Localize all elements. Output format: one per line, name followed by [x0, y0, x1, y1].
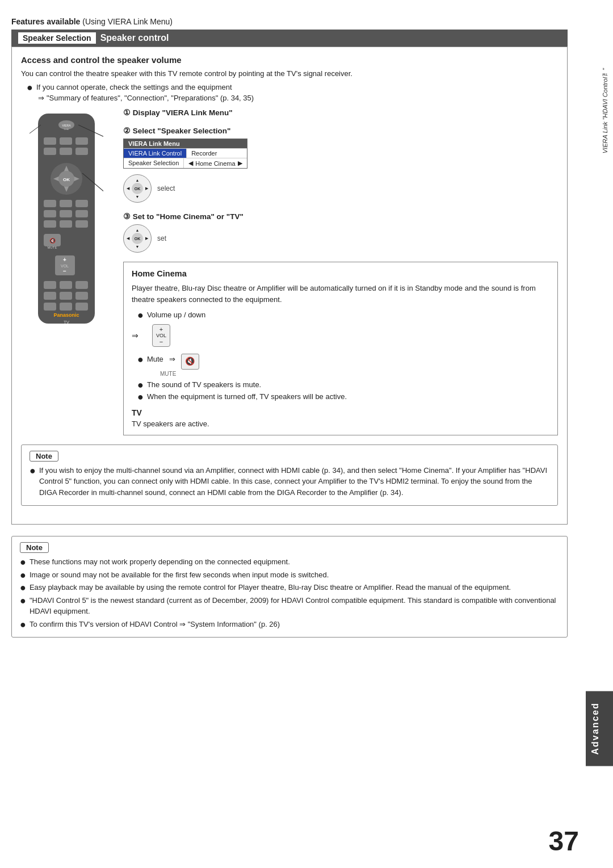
sound-bullet-text: The sound of TV speakers is mute.	[147, 379, 261, 391]
bottom-note-item-5: ● To confirm this TV's version of HDAVI …	[20, 619, 559, 630]
bottom-note-item-2: ● Image or sound may not be available fo…	[20, 569, 559, 581]
step3: ③ Set to "Home Cinema" or "TV" ▲ ▼ ◀ ▶ O…	[123, 212, 558, 253]
bottom-note-box: Note ● These functions may not work prop…	[11, 536, 568, 638]
arrow-right-small: ⇒	[132, 331, 138, 340]
viera-menu-row1-col1: VIERA Link Control	[124, 149, 187, 158]
svg-rect-36	[75, 281, 88, 289]
vol-label: VOL	[156, 333, 166, 338]
arrow-right-icon: ▶	[238, 160, 242, 167]
vol-bullet: ● Volume up / down	[137, 309, 549, 321]
select-label: select	[157, 184, 175, 192]
svg-rect-42	[75, 303, 88, 311]
viera-menu-row1: VIERA Link Control Recorder	[124, 148, 247, 158]
svg-text:VOL: VOL	[61, 264, 69, 268]
main-content: Features available (Using VIERA Link Men…	[11, 17, 568, 638]
mute-btn-mini: 🔇	[181, 354, 199, 370]
bottom-notes: Note ● These functions may not work prop…	[11, 536, 568, 638]
viera-menu-title: VIERA Link Menu	[124, 139, 247, 148]
bottom-note-text-4: "HDAVI Control 5" is the newest standard…	[30, 595, 559, 617]
viera-menu-row1-col2: Recorder	[187, 149, 238, 158]
when-bullet: ● When the equipment is turned off, TV s…	[137, 391, 549, 402]
svg-rect-22	[60, 210, 72, 217]
svg-text:🔇: 🔇	[49, 237, 56, 244]
note-item-1: ● If you wish to enjoy the multi-channel…	[30, 465, 549, 498]
svg-rect-18	[44, 200, 56, 207]
bottom-note-text-5: To confirm this TV's version of HDAVI Co…	[30, 619, 280, 630]
viera-menu: VIERA Link Menu VIERA Link Control Recor…	[123, 139, 247, 169]
svg-text:MUTE: MUTE	[48, 246, 57, 249]
step1: ① Display "VIERA Link Menu"	[123, 108, 558, 117]
features-available: Features available (Using VIERA Link Men…	[11, 17, 568, 26]
page-container: Features available (Using VIERA Link Men…	[0, 0, 613, 868]
select-ok-button: ▲ ▼ ◀ ▶ OK	[123, 174, 152, 203]
note-label: Note	[30, 451, 58, 462]
svg-text:VIERA: VIERA	[62, 124, 71, 127]
mute-label: MUTE	[160, 371, 549, 377]
arrow-left-icon: ◀	[188, 160, 193, 167]
when-bullet-text: When the equipment is turned off, TV spe…	[147, 391, 347, 402]
svg-rect-20	[75, 200, 88, 207]
vol-minus: −	[159, 338, 163, 345]
svg-rect-8	[60, 148, 72, 155]
step3-row: ▲ ▼ ◀ ▶ OK set	[123, 224, 558, 253]
mute-icon: 🔇	[185, 355, 195, 367]
svg-text:Link: Link	[64, 128, 68, 131]
bottom-note-label: Note	[20, 542, 49, 553]
set-ok-button: ▲ ▼ ◀ ▶ OK	[123, 224, 152, 253]
ok-center: OK	[132, 183, 143, 194]
header-bar: Speaker Selection Speaker control	[11, 30, 568, 47]
bullet-dot: ●	[27, 82, 33, 93]
bottom-note-text-1: These functions may not work properly de…	[30, 556, 290, 568]
mute-bullet: ● Mute ⇒ 🔇	[137, 354, 549, 370]
bottom-note-text-2: Image or sound may not be available for …	[30, 569, 329, 581]
svg-rect-5	[60, 137, 72, 145]
step2-title: ② Select "Speaker Selection"	[123, 126, 558, 135]
svg-text:+: +	[63, 257, 66, 263]
svg-rect-35	[60, 281, 72, 289]
svg-rect-6	[75, 137, 88, 145]
header-title: Speaker control	[100, 33, 169, 43]
home-cinema-title: Home Cinema	[132, 269, 549, 278]
svg-text:−: −	[63, 268, 66, 274]
svg-rect-23	[75, 210, 88, 217]
svg-rect-37	[44, 292, 56, 300]
page-number: 37	[549, 825, 579, 857]
sound-bullet: ● The sound of TV speakers is mute.	[137, 379, 549, 391]
svg-rect-34	[44, 281, 56, 289]
arrow-bullet: ⇒ "Summary of features", "Connection", "…	[38, 94, 558, 102]
set-ok-center: OK	[132, 233, 143, 244]
features-label: Features available	[11, 17, 80, 26]
svg-rect-9	[75, 148, 88, 155]
vol-btn-row: ⇒ + VOL −	[132, 322, 549, 349]
svg-rect-4	[44, 137, 56, 145]
bullet1-item: ● If you cannot operate, check the setti…	[27, 82, 558, 93]
tv-title: TV	[132, 408, 549, 417]
features-subtitle: (Using VIERA Link Menu)	[82, 17, 173, 26]
note-text-1: If you wish to enjoy the multi-channel s…	[39, 465, 549, 498]
svg-rect-38	[60, 292, 72, 300]
step3-title: ③ Set to "Home Cinema" or "TV"	[123, 212, 558, 221]
arrow-text: "Summary of features", "Connection", "Pr…	[47, 94, 254, 102]
right-sidebar: VIERA Link "HDAVI Control™" Advanced	[583, 0, 613, 868]
svg-rect-7	[44, 148, 56, 155]
bottom-note-item-3: ● Easy playback may be available by usin…	[20, 582, 559, 593]
speaker-selection-badge: Speaker Selection	[18, 32, 96, 44]
viera-menu-row2-col1: Speaker Selection	[124, 158, 184, 168]
note-box: Note ● If you wish to enjoy the multi-ch…	[21, 445, 558, 506]
home-cinema-box: Home Cinema Player theatre, Blu-ray Disc…	[123, 262, 558, 435]
viera-menu-row2: Speaker Selection ◀ Home Cinema ▶	[124, 158, 247, 168]
step1-title: ① Display "VIERA Link Menu"	[123, 108, 558, 117]
svg-rect-21	[44, 210, 56, 217]
set-label: set	[157, 234, 166, 242]
tv-text: TV speakers are active.	[132, 420, 549, 428]
bottom-note-item-1: ● These functions may not work properly …	[20, 556, 559, 568]
bottom-note-item-4: ● "HDAVI Control 5" is the newest standa…	[20, 595, 559, 617]
svg-rect-19	[60, 200, 72, 207]
tv-section: TV TV speakers are active.	[132, 408, 549, 428]
instructions-col: ① Display "VIERA Link Menu" ② Select "Sp…	[123, 108, 558, 435]
svg-rect-24	[44, 220, 56, 228]
sidebar-viera-text: VIERA Link "HDAVI Control™"	[602, 68, 608, 153]
bottom-note-text-3: Easy playback may be available by using …	[30, 582, 511, 593]
bullet1-text: If you cannot operate, check the setting…	[36, 82, 232, 93]
svg-rect-25	[60, 220, 72, 228]
